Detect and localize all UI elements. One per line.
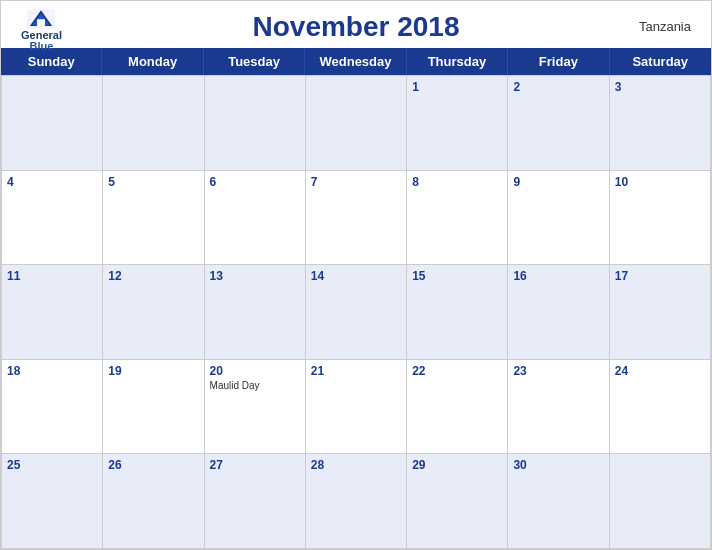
day-number: 19 [108, 364, 198, 378]
day-number: 10 [615, 175, 705, 189]
calendar-cell: 9 [508, 171, 609, 266]
calendar-cell: 22 [407, 360, 508, 455]
day-number: 17 [615, 269, 705, 283]
day-number: 30 [513, 458, 603, 472]
day-number: 1 [412, 80, 502, 94]
calendar-cell: 4 [2, 171, 103, 266]
day-header-saturday: Saturday [610, 48, 711, 75]
calendar-cell: 30 [508, 454, 609, 549]
day-number: 15 [412, 269, 502, 283]
day-number: 20 [210, 364, 300, 378]
calendar-cell: 13 [205, 265, 306, 360]
calendar-title: November 2018 [252, 11, 459, 43]
day-number: 6 [210, 175, 300, 189]
day-number: 4 [7, 175, 97, 189]
svg-rect-3 [38, 19, 46, 26]
calendar-cell [2, 76, 103, 171]
day-header-monday: Monday [102, 48, 203, 75]
day-header-sunday: Sunday [1, 48, 102, 75]
day-number: 25 [7, 458, 97, 472]
calendar-cell [306, 76, 407, 171]
day-number: 5 [108, 175, 198, 189]
calendar-cell: 6 [205, 171, 306, 266]
calendar-cell: 3 [610, 76, 711, 171]
calendar-cell: 14 [306, 265, 407, 360]
calendar-cell: 23 [508, 360, 609, 455]
calendar-cell: 15 [407, 265, 508, 360]
calendar-cell: 1 [407, 76, 508, 171]
calendar-cell: 18 [2, 360, 103, 455]
logo-blue-text: Blue [30, 41, 54, 52]
calendar-cell: 28 [306, 454, 407, 549]
day-number: 11 [7, 269, 97, 283]
day-number: 12 [108, 269, 198, 283]
calendar-cell: 25 [2, 454, 103, 549]
day-number: 18 [7, 364, 97, 378]
day-header-friday: Friday [508, 48, 609, 75]
day-number: 22 [412, 364, 502, 378]
calendar-cell [205, 76, 306, 171]
calendar-cell: 2 [508, 76, 609, 171]
calendar-cell: 12 [103, 265, 204, 360]
calendar-cell [610, 454, 711, 549]
day-header-tuesday: Tuesday [204, 48, 305, 75]
day-number: 14 [311, 269, 401, 283]
day-number: 28 [311, 458, 401, 472]
day-number: 9 [513, 175, 603, 189]
calendar-cell: 19 [103, 360, 204, 455]
calendar-cell: 29 [407, 454, 508, 549]
day-number: 27 [210, 458, 300, 472]
calendar-cell: 17 [610, 265, 711, 360]
day-number: 8 [412, 175, 502, 189]
day-number: 23 [513, 364, 603, 378]
calendar-container: General Blue November 2018 Tanzania Sund… [0, 0, 712, 550]
day-number: 2 [513, 80, 603, 94]
calendar-header: General Blue November 2018 Tanzania [1, 1, 711, 48]
logo-area: General Blue [21, 9, 62, 52]
day-number: 13 [210, 269, 300, 283]
calendar-cell: 8 [407, 171, 508, 266]
day-header-thursday: Thursday [407, 48, 508, 75]
calendar-cell: 27 [205, 454, 306, 549]
generalblue-logo-icon [27, 9, 55, 29]
calendar-cell [103, 76, 204, 171]
calendar-cell: 7 [306, 171, 407, 266]
calendar-cell: 10 [610, 171, 711, 266]
days-header: Sunday Monday Tuesday Wednesday Thursday… [1, 48, 711, 75]
day-number: 16 [513, 269, 603, 283]
day-number: 24 [615, 364, 705, 378]
calendar-cell: 16 [508, 265, 609, 360]
day-number: 26 [108, 458, 198, 472]
day-number: 21 [311, 364, 401, 378]
calendar-grid: 1234567891011121314151617181920Maulid Da… [1, 75, 711, 549]
calendar-cell: 24 [610, 360, 711, 455]
country-name: Tanzania [639, 19, 691, 34]
calendar-cell: 5 [103, 171, 204, 266]
event-label: Maulid Day [210, 380, 300, 391]
calendar-cell: 26 [103, 454, 204, 549]
calendar-cell: 20Maulid Day [205, 360, 306, 455]
day-header-wednesday: Wednesday [305, 48, 406, 75]
day-number: 29 [412, 458, 502, 472]
day-number: 7 [311, 175, 401, 189]
calendar-cell: 11 [2, 265, 103, 360]
day-number: 3 [615, 80, 705, 94]
calendar-cell: 21 [306, 360, 407, 455]
